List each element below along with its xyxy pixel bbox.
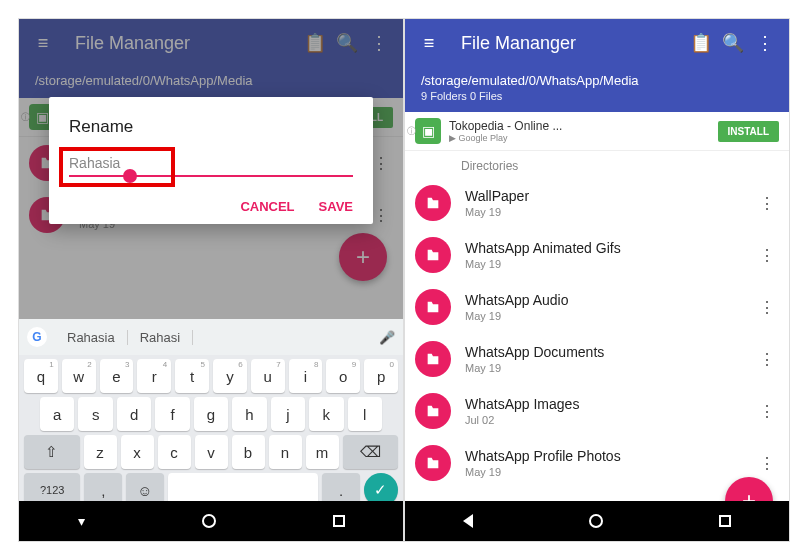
rename-input[interactable]: Rahasia	[69, 155, 353, 177]
key-f[interactable]: f	[155, 397, 189, 431]
save-button[interactable]: SAVE	[319, 199, 353, 214]
folder-icon	[415, 185, 451, 221]
phone-right: ≡ File Mananger 📋 🔍 ⋮ /storage/emulated/…	[404, 18, 790, 542]
key-w[interactable]: w2	[62, 359, 96, 393]
soft-keyboard: q1w2e3r4t5y6u7i8o9p0 asdfghjkl ⇧ zxcvbnm…	[19, 355, 403, 501]
list-item[interactable]: WhatsApp Profile PhotosMay 19⋮	[405, 437, 789, 489]
key-p[interactable]: p0	[364, 359, 398, 393]
ad-row[interactable]: ⓘ ▣ Tokopedia - Online ... ▶ Google Play…	[405, 112, 789, 151]
keyboard-suggestion-bar: G Rahasia Rahasi 🎤	[19, 319, 403, 355]
key-z[interactable]: z	[84, 435, 117, 469]
shift-key[interactable]: ⇧	[24, 435, 80, 469]
row-overflow-icon[interactable]: ⋮	[755, 454, 779, 473]
path-text: /storage/emulated/0/WhatsApp/Media	[421, 73, 773, 88]
row-overflow-icon[interactable]: ⋮	[755, 194, 779, 213]
ad-title: Tokopedia - Online ...	[449, 119, 718, 133]
appbar: ≡ File Mananger 📋 🔍 ⋮	[405, 19, 789, 67]
nav-back-icon[interactable]	[463, 514, 473, 528]
list-item[interactable]: WhatsApp Animated GifsMay 19⋮	[405, 229, 789, 281]
key-n[interactable]: n	[269, 435, 302, 469]
app-title: File Mananger	[445, 33, 685, 54]
row-overflow-icon[interactable]: ⋮	[755, 246, 779, 265]
list-item[interactable]: WhatsApp ImagesJul 02⋮	[405, 385, 789, 437]
key-v[interactable]: v	[195, 435, 228, 469]
row-overflow-icon[interactable]: ⋮	[755, 402, 779, 421]
google-icon[interactable]: G	[27, 327, 47, 347]
overflow-icon[interactable]: ⋮	[749, 32, 781, 54]
android-navbar: ▾	[19, 501, 403, 541]
section-header: Directories	[405, 151, 789, 177]
ad-app-icon: ▣	[415, 118, 441, 144]
folder-icon	[415, 445, 451, 481]
suggestion[interactable]: Rahasia	[55, 330, 128, 345]
key-l[interactable]: l	[348, 397, 382, 431]
rename-dialog: Rename Rahasia CANCEL SAVE	[49, 97, 373, 224]
key-q[interactable]: q1	[24, 359, 58, 393]
key-b[interactable]: b	[232, 435, 265, 469]
key-t[interactable]: t5	[175, 359, 209, 393]
key-k[interactable]: k	[309, 397, 343, 431]
key-s[interactable]: s	[78, 397, 112, 431]
text-cursor-handle-icon[interactable]	[123, 169, 137, 183]
phone-left: ≡ File Mananger 📋 🔍 ⋮ /storage/emulated/…	[18, 18, 404, 542]
folder-icon	[415, 393, 451, 429]
key-e[interactable]: e3	[100, 359, 134, 393]
key-m[interactable]: m	[306, 435, 339, 469]
folder-icon	[415, 341, 451, 377]
path-bar: /storage/emulated/0/WhatsApp/Media 9 Fol…	[405, 67, 789, 112]
android-navbar	[405, 501, 789, 541]
nav-home-icon[interactable]	[202, 514, 216, 528]
key-g[interactable]: g	[194, 397, 228, 431]
nav-recents-icon[interactable]	[333, 515, 345, 527]
suggestion[interactable]: Rahasi	[128, 330, 193, 345]
nav-recents-icon[interactable]	[719, 515, 731, 527]
list-item[interactable]: WallPaperMay 19⋮	[405, 177, 789, 229]
key-i[interactable]: i8	[289, 359, 323, 393]
backspace-key[interactable]: ⌫	[343, 435, 399, 469]
nav-down-icon[interactable]: ▾	[78, 513, 85, 529]
path-subtitle: 9 Folders 0 Files	[421, 90, 773, 102]
key-x[interactable]: x	[121, 435, 154, 469]
key-o[interactable]: o9	[326, 359, 360, 393]
menu-icon[interactable]: ≡	[413, 33, 445, 54]
clipboard-icon[interactable]: 📋	[685, 32, 717, 54]
list-item[interactable]: WhatsApp AudioMay 19⋮	[405, 281, 789, 333]
folder-icon	[415, 289, 451, 325]
ad-install-button[interactable]: INSTALL	[718, 121, 779, 142]
folder-icon	[415, 237, 451, 273]
ad-store: ▶ Google Play	[449, 133, 718, 143]
folder-list: WallPaperMay 19⋮WhatsApp Animated GifsMa…	[405, 177, 789, 489]
key-u[interactable]: u7	[251, 359, 285, 393]
search-icon[interactable]: 🔍	[717, 32, 749, 54]
key-r[interactable]: r4	[137, 359, 171, 393]
key-a[interactable]: a	[40, 397, 74, 431]
dialog-title: Rename	[69, 117, 353, 137]
cancel-button[interactable]: CANCEL	[240, 199, 294, 214]
nav-home-icon[interactable]	[589, 514, 603, 528]
key-h[interactable]: h	[232, 397, 266, 431]
key-j[interactable]: j	[271, 397, 305, 431]
mic-icon[interactable]: 🎤	[379, 330, 395, 345]
list-item[interactable]: WhatsApp DocumentsMay 19⋮	[405, 333, 789, 385]
ad-label-icon: ⓘ	[407, 125, 416, 138]
row-overflow-icon[interactable]: ⋮	[755, 298, 779, 317]
row-overflow-icon[interactable]: ⋮	[755, 350, 779, 369]
key-c[interactable]: c	[158, 435, 191, 469]
key-y[interactable]: y6	[213, 359, 247, 393]
key-d[interactable]: d	[117, 397, 151, 431]
